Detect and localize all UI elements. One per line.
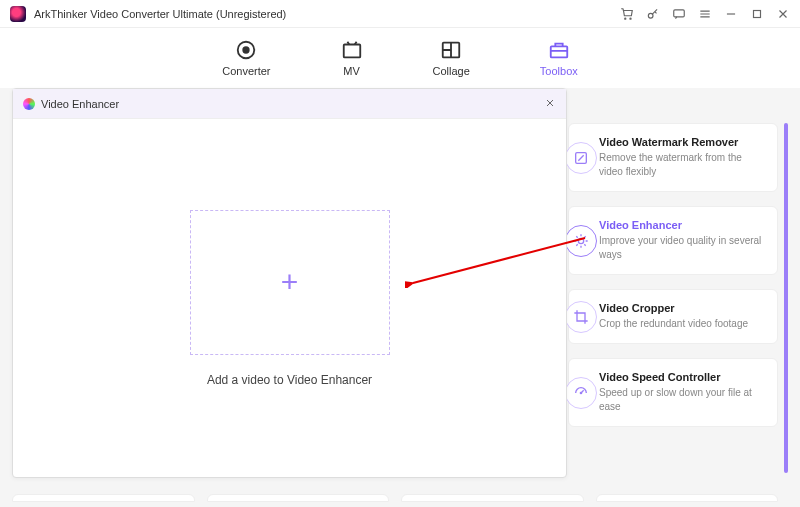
add-video-dropzone[interactable]: + [190,210,390,355]
minimize-icon[interactable] [724,7,738,21]
tool-desc: Speed up or slow down your file at ease [599,386,767,414]
converter-icon [235,39,257,61]
toolbox-icon [548,39,570,61]
key-icon[interactable] [646,7,660,21]
svg-point-11 [578,238,583,243]
feedback-icon[interactable] [672,7,686,21]
maximize-icon[interactable] [750,7,764,21]
nav-converter[interactable]: Converter [222,39,270,77]
mv-icon [341,39,363,61]
menu-icon[interactable] [698,7,712,21]
svg-rect-7 [343,45,360,58]
tool-desc: Crop the redundant video footage [599,317,767,331]
app-logo-icon [10,6,26,22]
video-enhancer-icon [565,225,597,257]
tool-desc: Improve your video quality in several wa… [599,234,767,262]
app-title: ArkThinker Video Converter Ultimate (Unr… [34,8,620,20]
tool-title: Video Speed Controller [599,371,767,383]
tool-desc: Remove the watermark from the video flex… [599,151,767,179]
modal-close-icon[interactable] [544,96,556,112]
svg-point-1 [630,18,631,19]
watermark-remover-icon [565,142,597,174]
palette-icon [23,98,35,110]
tool-list: Video Watermark Remover Remove the water… [568,123,778,427]
bottom-cards-peek [12,494,778,502]
svg-rect-4 [754,10,761,17]
close-icon[interactable] [776,7,790,21]
collage-icon [440,39,462,61]
tool-title: Video Cropper [599,302,767,314]
modal-title: Video Enhancer [23,98,544,110]
tool-card-video-enhancer[interactable]: Video Enhancer Improve your video qualit… [568,206,778,275]
cart-icon[interactable] [620,7,634,21]
main-nav: Converter MV Collage Toolbox [0,28,800,88]
tool-card-watermark-remover[interactable]: Video Watermark Remover Remove the water… [568,123,778,192]
nav-toolbox[interactable]: Toolbox [540,39,578,77]
svg-point-0 [625,18,626,19]
tool-title: Video Watermark Remover [599,136,767,148]
titlebar: ArkThinker Video Converter Ultimate (Unr… [0,0,800,28]
svg-point-6 [244,47,250,53]
video-cropper-icon [565,301,597,333]
svg-point-12 [580,392,581,393]
nav-collage[interactable]: Collage [433,39,470,77]
video-enhancer-modal: Video Enhancer + Add a video to Video En… [12,88,567,478]
dropzone-label: Add a video to Video Enhancer [207,373,372,387]
tool-card-video-cropper[interactable]: Video Cropper Crop the redundant video f… [568,289,778,344]
svg-rect-9 [551,46,568,57]
plus-icon: + [281,265,299,299]
video-speed-icon [565,377,597,409]
tool-card-video-speed[interactable]: Video Speed Controller Speed up or slow … [568,358,778,427]
nav-mv[interactable]: MV [341,39,363,77]
tool-title: Video Enhancer [599,219,767,231]
scrollbar[interactable] [784,123,788,473]
